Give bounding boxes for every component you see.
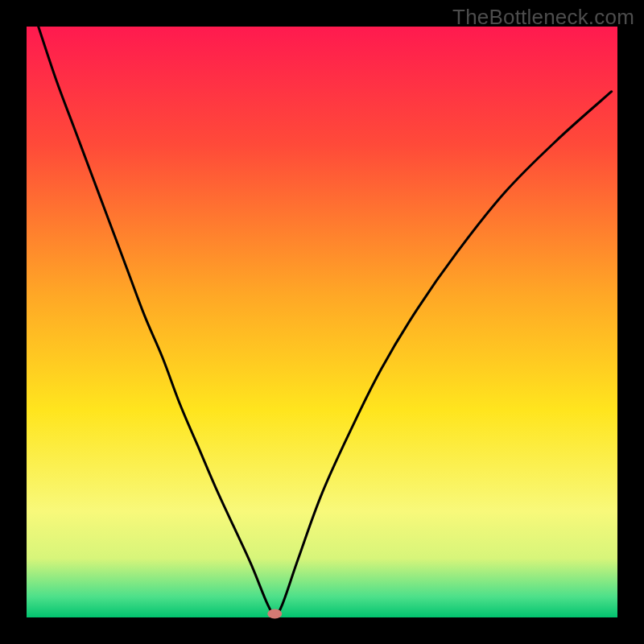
plot-gradient-background [27,27,617,617]
bottleneck-chart [0,0,644,644]
optimal-point-marker [267,609,282,619]
chart-frame: TheBottleneck.com [0,0,644,644]
watermark-text: TheBottleneck.com [452,5,634,30]
